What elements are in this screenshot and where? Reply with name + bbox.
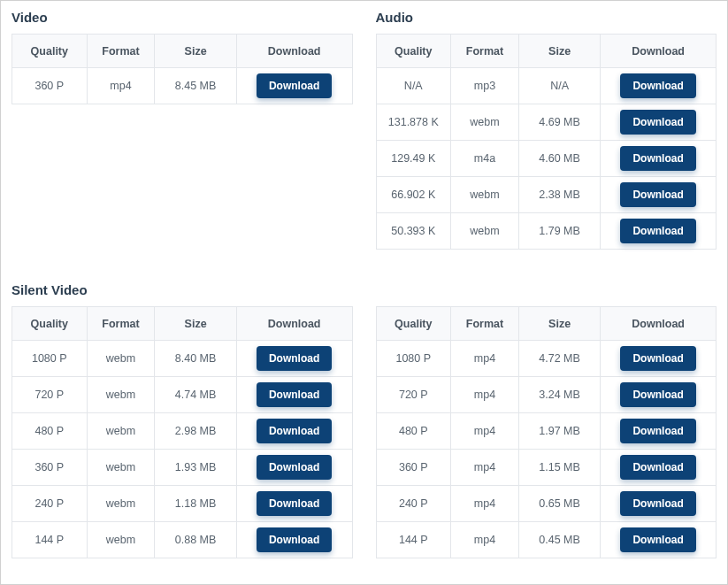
table-row: 360 Pwebm1.93 MBDownload	[12, 450, 353, 486]
cell-size: 2.98 MB	[155, 413, 236, 450]
download-button[interactable]: Download	[620, 182, 695, 207]
download-button[interactable]: Download	[620, 455, 695, 480]
cell-quality: 360 P	[376, 450, 451, 486]
cell-download: Download	[236, 450, 352, 486]
cell-quality: 50.393 K	[376, 213, 451, 250]
cell-quality: 66.902 K	[376, 177, 451, 213]
table-row: 360 Pmp41.15 MBDownload	[376, 450, 717, 486]
cell-download: Download	[601, 141, 717, 177]
cell-format: mp4	[451, 522, 519, 558]
download-button[interactable]: Download	[257, 382, 332, 407]
video-table: Quality Format Size Download 360 Pmp48.4…	[11, 34, 353, 104]
cell-quality: 240 P	[376, 486, 451, 522]
download-button[interactable]: Download	[257, 491, 332, 516]
table-row: 480 Pmp41.97 MBDownload	[376, 413, 717, 450]
table-row: 240 Pmp40.65 MBDownload	[376, 486, 717, 522]
cell-download: Download	[601, 377, 717, 413]
cell-download: Download	[236, 68, 352, 104]
silent-video-heading: Silent Video	[11, 282, 717, 297]
cell-size: N/A	[518, 68, 600, 104]
table-header-row: Quality Format Size Download	[12, 307, 353, 341]
download-button[interactable]: Download	[620, 419, 695, 443]
col-size: Size	[155, 307, 236, 341]
col-quality: Quality	[12, 307, 88, 341]
cell-format: mp4	[451, 341, 519, 377]
cell-download: Download	[236, 377, 352, 413]
download-button[interactable]: Download	[620, 219, 695, 243]
cell-quality: 720 P	[12, 377, 88, 413]
download-button[interactable]: Download	[257, 527, 332, 552]
cell-size: 4.60 MB	[518, 141, 600, 177]
col-size: Size	[518, 35, 600, 68]
audio-section: Audio Quality Format Size Download N/Amp…	[376, 10, 717, 265]
table-row: 720 Pwebm4.74 MBDownload	[12, 377, 353, 413]
table-row: 144 Pwebm0.88 MBDownload	[12, 522, 353, 558]
table-row: 360 Pmp48.45 MBDownload	[12, 68, 353, 104]
table-row: 480 Pwebm2.98 MBDownload	[12, 413, 353, 450]
cell-format: webm	[451, 177, 519, 213]
table-header-row: Quality Format Size Download	[12, 35, 353, 68]
download-button[interactable]: Download	[620, 346, 695, 371]
download-button[interactable]: Download	[620, 491, 695, 516]
cell-download: Download	[236, 341, 352, 377]
table-row: 720 Pmp43.24 MBDownload	[376, 377, 717, 413]
download-button[interactable]: Download	[620, 527, 695, 552]
col-size: Size	[155, 35, 236, 68]
cell-quality: 144 P	[12, 522, 88, 558]
cell-size: 0.45 MB	[518, 522, 600, 558]
cell-format: mp4	[451, 486, 519, 522]
cell-quality: 129.49 K	[376, 141, 451, 177]
table-row: 129.49 Km4a4.60 MBDownload	[376, 141, 717, 177]
download-button[interactable]: Download	[257, 419, 332, 443]
silent-video-section: Silent Video Quality Format Size Downloa…	[11, 282, 717, 573]
col-download: Download	[236, 35, 352, 68]
download-button[interactable]: Download	[257, 73, 332, 98]
cell-quality: 360 P	[12, 450, 88, 486]
cell-download: Download	[601, 413, 717, 450]
cell-download: Download	[601, 486, 717, 522]
video-heading: Video	[11, 10, 353, 25]
col-format: Format	[451, 35, 519, 68]
cell-format: webm	[451, 104, 519, 141]
cell-format: mp4	[451, 413, 519, 450]
download-button[interactable]: Download	[257, 346, 332, 371]
download-button[interactable]: Download	[620, 110, 695, 135]
download-button[interactable]: Download	[257, 455, 332, 480]
col-quality: Quality	[376, 307, 451, 341]
col-quality: Quality	[12, 35, 88, 68]
cell-format: mp4	[87, 68, 155, 104]
download-button[interactable]: Download	[620, 146, 695, 171]
cell-size: 4.69 MB	[518, 104, 600, 141]
cell-size: 3.24 MB	[518, 377, 600, 413]
cell-format: webm	[87, 413, 155, 450]
cell-format: m4a	[451, 141, 519, 177]
cell-format: webm	[87, 377, 155, 413]
audio-heading: Audio	[376, 10, 717, 25]
cell-format: mp3	[451, 68, 519, 104]
table-row: 1080 Pwebm8.40 MBDownload	[12, 341, 353, 377]
download-options-panel: Video Quality Format Size Download 360 P…	[0, 0, 728, 585]
cell-quality: N/A	[376, 68, 451, 104]
download-button[interactable]: Download	[620, 382, 695, 407]
cell-format: webm	[87, 450, 155, 486]
cell-size: 1.97 MB	[518, 413, 600, 450]
cell-quality: 131.878 K	[376, 104, 451, 141]
audio-table: Quality Format Size Download N/Amp3N/ADo…	[376, 34, 717, 250]
cell-size: 8.45 MB	[155, 68, 236, 104]
col-format: Format	[87, 35, 155, 68]
cell-size: 1.15 MB	[518, 450, 600, 486]
download-button[interactable]: Download	[620, 73, 695, 98]
cell-quality: 144 P	[376, 522, 451, 558]
cell-quality: 360 P	[12, 68, 88, 104]
video-section: Video Quality Format Size Download 360 P…	[11, 10, 353, 265]
cell-size: 1.93 MB	[155, 450, 236, 486]
col-download: Download	[601, 35, 717, 68]
cell-quality: 240 P	[12, 486, 88, 522]
table-row: 144 Pmp40.45 MBDownload	[376, 522, 717, 558]
col-download: Download	[236, 307, 352, 341]
table-row: 66.902 Kwebm2.38 MBDownload	[376, 177, 717, 213]
cell-format: webm	[87, 522, 155, 558]
cell-quality: 480 P	[376, 413, 451, 450]
cell-size: 0.65 MB	[518, 486, 600, 522]
cell-quality: 480 P	[12, 413, 88, 450]
